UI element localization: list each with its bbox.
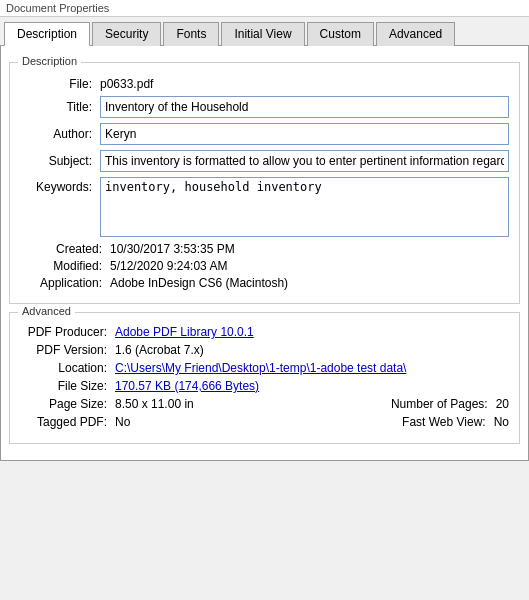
version-value: 1.6 (Acrobat 7.x) <box>115 343 204 357</box>
tagged-label: Tagged PDF: <box>20 415 115 429</box>
tab-advanced[interactable]: Advanced <box>376 22 455 46</box>
subject-input[interactable] <box>100 150 509 172</box>
fastweb-label: Fast Web View: <box>402 415 486 429</box>
producer-label: PDF Producer: <box>20 325 115 339</box>
application-label: Application: <box>20 276 110 290</box>
numpages-label: Number of Pages: <box>391 397 488 411</box>
tagged-value: No <box>115 415 130 429</box>
producer-value: Adobe PDF Library 10.0.1 <box>115 325 254 339</box>
description-section-title: Description <box>18 55 81 67</box>
filesize-value: 170.57 KB (174,666 Bytes) <box>115 379 259 393</box>
author-label: Author: <box>20 127 100 141</box>
tab-description[interactable]: Description <box>4 22 90 46</box>
location-value: C:\Users\My Friend\Desktop\1-temp\1-adob… <box>115 361 406 375</box>
title-bar-text: Document Properties <box>6 2 109 14</box>
numpages-value: 20 <box>496 397 509 411</box>
modified-value: 5/12/2020 9:24:03 AM <box>110 259 227 273</box>
created-label: Created: <box>20 242 110 256</box>
tabs-bar: Description Security Fonts Initial View … <box>0 17 529 46</box>
keywords-textarea[interactable] <box>100 177 509 237</box>
pagesize-value: 8.50 x 11.00 in <box>115 397 194 411</box>
location-label: Location: <box>20 361 115 375</box>
title-label: Title: <box>20 100 100 114</box>
advanced-section-title: Advanced <box>18 305 75 317</box>
pagesize-label: Page Size: <box>20 397 115 411</box>
title-bar: Document Properties <box>0 0 529 17</box>
keywords-label: Keywords: <box>20 177 100 194</box>
version-label: PDF Version: <box>20 343 115 357</box>
fastweb-value: No <box>494 415 509 429</box>
tab-initial-view[interactable]: Initial View <box>221 22 304 46</box>
description-section: Description File: p0633.pdf Title: Autho… <box>9 62 520 304</box>
created-value: 10/30/2017 3:53:35 PM <box>110 242 235 256</box>
tab-custom[interactable]: Custom <box>307 22 374 46</box>
file-label: File: <box>20 77 100 91</box>
tab-fonts[interactable]: Fonts <box>163 22 219 46</box>
filesize-label: File Size: <box>20 379 115 393</box>
tab-security[interactable]: Security <box>92 22 161 46</box>
advanced-section: Advanced PDF Producer: Adobe PDF Library… <box>9 312 520 444</box>
subject-label: Subject: <box>20 154 100 168</box>
application-value: Adobe InDesign CS6 (Macintosh) <box>110 276 288 290</box>
file-value: p0633.pdf <box>100 77 153 91</box>
author-input[interactable] <box>100 123 509 145</box>
title-input[interactable] <box>100 96 509 118</box>
modified-label: Modified: <box>20 259 110 273</box>
